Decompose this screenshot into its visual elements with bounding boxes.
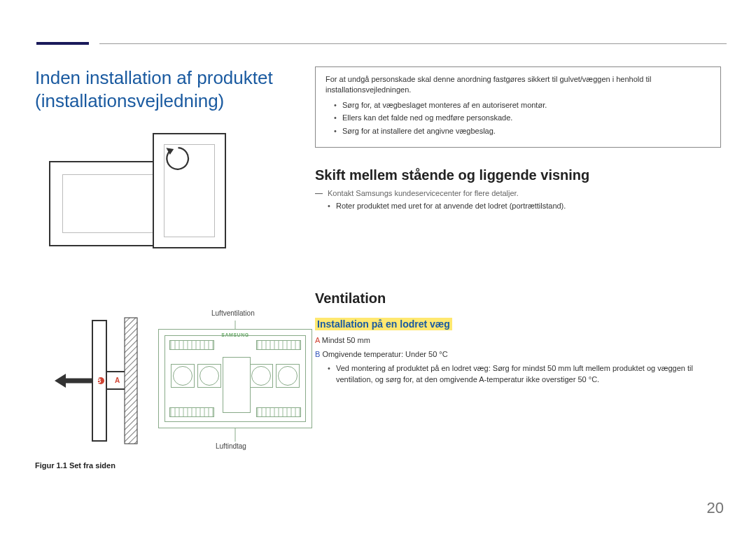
ventilation-title: Ventilation — [315, 290, 721, 307]
vent-a-text: Mindst 50 mm — [320, 336, 370, 344]
warning-bullet: Sørg for at installere det angivne vægbe… — [334, 126, 710, 136]
main-title: Inden installation af produktet (install… — [35, 66, 301, 112]
figure-caption: Figur 1.1 Set fra siden — [35, 461, 301, 470]
label-bottom: Luftindtag — [216, 442, 246, 450]
section-switch-bullet: Roter produktet med uret for at anvende … — [315, 202, 721, 210]
rotate-clockwise-icon — [162, 143, 194, 174]
left-column: Inden installation af produktet (install… — [35, 66, 301, 252]
side-figure: B A SAMSUNG Luftventilation Luftindtag — [35, 305, 301, 456]
page-number: 20 — [707, 499, 724, 517]
letter-a: A — [315, 336, 320, 344]
section-switch-title: Skift mellem stående og liggende visning — [315, 167, 721, 183]
fan-icon — [171, 364, 195, 388]
right-column: For at undgå personskade skal denne anor… — [315, 66, 721, 386]
warning-box: For at undgå personskade skal denne anor… — [315, 66, 721, 148]
fan-icon — [249, 364, 273, 388]
svg-marker-7 — [55, 374, 66, 388]
ventilation-subtitle: Installation på en lodret væg — [315, 318, 452, 330]
ventilation-figure-block: B A SAMSUNG Luftventilation Luftindtag F… — [35, 305, 301, 470]
vent-b-text: Omgivende temperatur: Under 50 °C — [320, 350, 447, 358]
page-header — [29, 42, 727, 45]
header-mark — [36, 42, 89, 45]
warning-bullets: Sørg for, at vægbeslaget monteres af en … — [326, 100, 710, 136]
vent-slot — [256, 340, 301, 350]
vent-bullet: Ved montering af produktet på en lodret … — [315, 363, 721, 386]
side-letter-a: A — [115, 377, 120, 384]
label-top: Luftventilation — [211, 309, 255, 317]
warning-bullet: Sørg for, at vægbeslaget monteres af en … — [334, 100, 710, 111]
header-rule — [99, 43, 727, 44]
warning-lead: For at undgå personskade skal denne anor… — [326, 74, 710, 96]
main-title-line2: (installationsvejledning) — [35, 90, 224, 111]
vent-slot — [169, 340, 214, 350]
fan-icon — [197, 364, 221, 388]
vent-slot — [256, 407, 301, 417]
main-title-line1: Inden installation af produktet — [35, 67, 273, 88]
vent-line-a: A Mindst 50 mm — [315, 336, 721, 344]
rear-panel: SAMSUNG — [158, 329, 312, 428]
io-panel — [223, 357, 251, 413]
rear-inner — [164, 335, 306, 422]
warning-bullet: Ellers kan det falde ned og medføre pers… — [334, 113, 710, 123]
vent-line-b: B Omgivende temperatur: Under 50 °C — [315, 350, 721, 358]
fan-icon — [276, 364, 300, 388]
side-letter-b: B — [97, 377, 102, 384]
section-switch-note: Kontakt Samsungs kundeservicecenter for … — [315, 189, 721, 197]
vent-slot — [169, 407, 214, 417]
rotation-figure — [49, 133, 217, 252]
ventilation-section: Ventilation Installation på en lodret væ… — [315, 290, 721, 386]
svg-rect-2 — [125, 318, 137, 444]
